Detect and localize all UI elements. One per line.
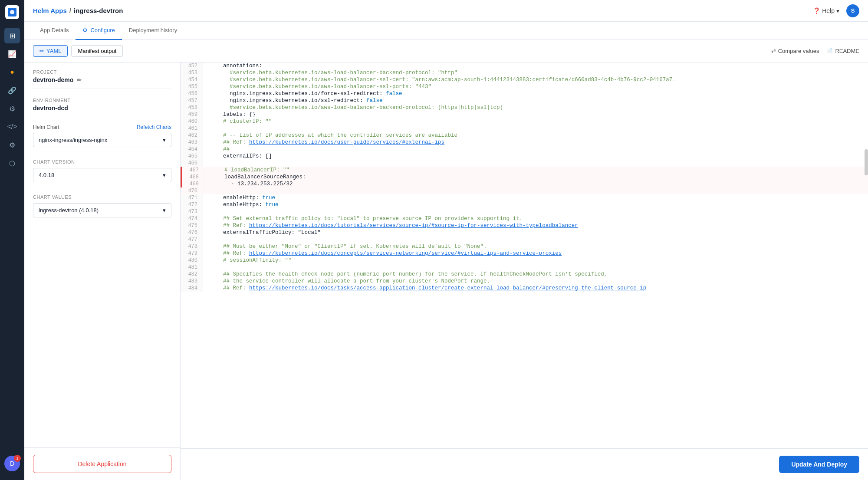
breadcrumb-parent[interactable]: Helm Apps xyxy=(33,7,67,14)
help-button[interactable]: ❓ Help ▾ xyxy=(813,7,839,14)
toolbar-right: ⇄ Compare values 📄 README xyxy=(771,48,859,54)
refetch-charts-button[interactable]: Refetch Charts xyxy=(137,124,171,130)
edit-icon[interactable]: ✏ xyxy=(77,77,82,83)
scrollbar-thumb[interactable] xyxy=(865,149,868,175)
code-editor[interactable]: 452 annotations:453 #service.beta.kubern… xyxy=(181,62,868,480)
panel-footer: Delete Application xyxy=(24,447,181,480)
help-label: Help xyxy=(822,7,835,14)
table-row: 481 xyxy=(181,264,868,271)
divider-1 xyxy=(33,89,171,89)
chevron-down-icon: ▾ xyxy=(836,7,839,14)
topbar: Helm Apps / ingress-devtron ❓ Help ▾ S xyxy=(24,0,868,22)
table-row: 456 nginx.ingress.kubernetes.io/force-ss… xyxy=(181,90,868,97)
table-row: 470 xyxy=(181,187,868,194)
chevron-down-icon: ▾ xyxy=(163,137,166,143)
sidebar-item-connect[interactable]: 🔗 xyxy=(4,82,20,98)
helm-chart-label: Helm Chart xyxy=(33,124,59,130)
code-panel: 452 annotations:453 #service.beta.kubern… xyxy=(181,62,868,480)
tab-configure[interactable]: ⚙ Configure xyxy=(76,22,122,40)
manifest-label: Manifest output xyxy=(78,48,116,54)
table-row: 472 enableHttps: true xyxy=(181,201,868,208)
table-row: 471 enableHttp: true xyxy=(181,194,868,201)
sidebar-item-security[interactable]: ⬡ xyxy=(4,155,20,171)
left-panel: Project devtron-demo ✏ Environment devtr… xyxy=(24,62,181,480)
readme-label: README xyxy=(835,48,859,54)
breadcrumb-separator: / xyxy=(69,7,71,14)
footer-right: Update And Deploy xyxy=(181,448,868,480)
yaml-button[interactable]: ✏ YAML xyxy=(33,45,68,57)
content-area: ✏ YAML Manifest output ⇄ Compare values … xyxy=(24,40,868,480)
tab-app-details-label: App Details xyxy=(40,27,69,33)
table-row: 455 #service.beta.kubernetes.io/aws-load… xyxy=(181,83,868,90)
sidebar-item-home[interactable]: ⊞ xyxy=(4,28,20,43)
table-row: 457 nginx.ingress.kubernetes.io/ssl-redi… xyxy=(181,97,868,104)
sidebar-item-apps[interactable]: ● xyxy=(4,64,20,80)
sidebar-item-dashboard[interactable]: 📈 xyxy=(4,46,20,62)
values-select-wrapper: ingress-devtron (4.0.18) ▾ xyxy=(24,203,180,223)
tab-deployment-history-label: Deployment history xyxy=(129,27,177,33)
chart-select-value: nginx-ingress/ingress-nginx xyxy=(39,137,107,143)
table-row: 479 ## Ref: https://kubernetes.io/docs/c… xyxy=(181,250,868,257)
avatar[interactable]: S xyxy=(846,4,859,17)
helm-chart-header: Helm Chart Refetch Charts xyxy=(24,119,180,133)
chart-version-section: Chart Version xyxy=(24,152,180,168)
table-row: 483 ## the service controller will alloc… xyxy=(181,278,868,285)
breadcrumb: Helm Apps / ingress-devtron xyxy=(33,7,123,14)
table-row: 477 xyxy=(181,236,868,243)
version-select-value: 4.0.18 xyxy=(39,172,54,178)
tab-bar: App Details ⚙ Configure Deployment histo… xyxy=(24,22,868,40)
table-row: 474 ## Set external traffic policy to: "… xyxy=(181,215,868,222)
project-value: devtron-demo ✏ xyxy=(33,76,171,83)
main-content: Helm Apps / ingress-devtron ❓ Help ▾ S A… xyxy=(24,0,868,480)
table-row: 458 #service.beta.kubernetes.io/aws-load… xyxy=(181,104,868,111)
tab-configure-label: Configure xyxy=(90,27,115,33)
readme-button[interactable]: 📄 README xyxy=(826,48,859,54)
topbar-right: ❓ Help ▾ S xyxy=(813,4,859,17)
tab-deployment-history[interactable]: Deployment history xyxy=(122,22,184,40)
sidebar-item-config[interactable]: ⚙ xyxy=(4,137,20,153)
yaml-label: YAML xyxy=(46,48,61,54)
table-row: 461 xyxy=(181,125,868,132)
table-row: 484 ## Ref: https://kubernetes.io/docs/t… xyxy=(181,285,868,292)
helm-chart-select[interactable]: nginx-ingress/ingress-nginx ▾ xyxy=(33,133,171,147)
table-row: 473 xyxy=(181,208,868,215)
table-row: 459 labels: {} xyxy=(181,111,868,118)
project-section: Project devtron-demo ✏ xyxy=(24,62,180,87)
readme-icon: 📄 xyxy=(826,48,833,54)
chart-version-label: Chart Version xyxy=(33,159,171,164)
logo[interactable] xyxy=(5,5,19,19)
breadcrumb-current: ingress-devtron xyxy=(74,7,123,14)
split-layout: Project devtron-demo ✏ Environment devtr… xyxy=(24,62,868,480)
compare-label: Compare values xyxy=(778,48,819,54)
table-row: 464 ## xyxy=(181,146,868,153)
compare-values-button[interactable]: ⇄ Compare values xyxy=(771,48,819,54)
pencil-icon: ✏ xyxy=(39,48,44,54)
project-label: Project xyxy=(33,69,171,75)
manifest-output-button[interactable]: Manifest output xyxy=(71,45,123,57)
sidebar-item-code[interactable]: </> xyxy=(4,119,20,135)
configure-icon: ⚙ xyxy=(82,27,88,33)
help-icon: ❓ xyxy=(813,7,820,14)
chevron-down-icon: ▾ xyxy=(163,207,166,214)
delete-application-button[interactable]: Delete Application xyxy=(33,455,171,473)
tab-app-details[interactable]: App Details xyxy=(33,22,76,40)
sidebar: ⊞ 📈 ● 🔗 ⚙ </> ⚙ ⬡ D 1 xyxy=(0,0,24,480)
table-row: 478 ## Must be either "None" or "ClientI… xyxy=(181,243,868,250)
svg-point-1 xyxy=(10,10,14,14)
chart-values-section: Chart Values xyxy=(24,187,180,203)
table-row: 465 externalIPs: [] xyxy=(181,153,868,160)
version-select-wrapper: 4.0.18 ▾ xyxy=(24,168,180,187)
chart-values-select[interactable]: ingress-devtron (4.0.18) ▾ xyxy=(33,203,171,217)
notification-badge: 1 xyxy=(14,455,21,462)
sidebar-item-settings[interactable]: ⚙ xyxy=(4,101,20,116)
table-row: 476 externalTrafficPolicy: "Local" xyxy=(181,229,868,236)
chart-version-select[interactable]: 4.0.18 ▾ xyxy=(33,168,171,182)
table-row: 460 # clusterIP: "" xyxy=(181,118,868,125)
table-row: 482 ## Specifies the health check node p… xyxy=(181,271,868,278)
update-deploy-button[interactable]: Update And Deploy xyxy=(779,456,859,473)
environment-section: Environment devtron-dcd xyxy=(24,91,180,115)
table-row: 469 - 13.234.253.225/32 xyxy=(181,181,868,187)
table-row: 453 #service.beta.kubernetes.io/aws-load… xyxy=(181,69,868,76)
table-row: 452 annotations: xyxy=(181,62,868,69)
environment-value: devtron-dcd xyxy=(33,105,171,112)
